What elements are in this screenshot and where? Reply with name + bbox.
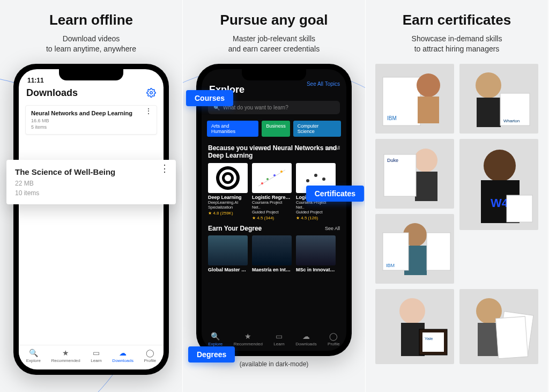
svg-rect-21 [415, 172, 437, 201]
degree-tile[interactable]: Global Master of Public Health [208, 235, 248, 272]
degree-row: Global Master of Public Health Maestría … [202, 232, 346, 273]
svg-point-6 [261, 182, 263, 184]
nav-downloads[interactable]: ☁Downloads [295, 332, 317, 346]
panel-title: Earn certificates [366, 12, 548, 28]
download-card[interactable]: Neural Networks and Deep Learning 16.6 M… [25, 105, 157, 135]
scatter-icon [256, 167, 288, 189]
panel-title: Learn offline [0, 12, 182, 28]
svg-point-11 [314, 174, 317, 177]
panel-subtitle: Master job-relevant skills and earn care… [183, 34, 365, 54]
phone-notch [242, 69, 306, 80]
float-size: 22 MB [15, 180, 167, 187]
svg-point-12 [322, 177, 325, 181]
card-items: 5 items [31, 124, 151, 130]
rating: ★ 4.5 (126) [296, 216, 336, 220]
learner-photo: Wharton [459, 64, 538, 134]
section-title: Because you viewed Neural Networks and D… [208, 144, 340, 160]
learner-photo: Duke [375, 139, 454, 209]
nav-learn[interactable]: ▭Learn [273, 332, 284, 346]
floating-download-card[interactable]: The Science of Well-Being 22 MB 10 items… [6, 160, 176, 204]
svg-rect-27 [507, 195, 532, 222]
search-icon: 🔍 [208, 332, 222, 341]
learner-photo [459, 289, 538, 364]
svg-point-7 [266, 178, 269, 180]
degree-thumb [208, 235, 248, 265]
book-icon: ▭ [273, 332, 284, 341]
svg-point-14 [417, 73, 440, 97]
bottom-nav-dark: 🔍Explore ★Recommended ▭Learn ☁Downloads … [202, 330, 346, 349]
cloud-download-icon: ☁ [112, 349, 133, 357]
chip-arts[interactable]: Arts and Humanities [207, 121, 258, 137]
svg-text:Wharton: Wharton [503, 119, 520, 123]
section-because-viewed: Because you viewed Neural Networks and D… [202, 141, 346, 160]
gear-icon[interactable] [146, 88, 156, 98]
chip-cs[interactable]: Computer Science [293, 121, 341, 137]
panel-subtitle: Showcase in-demand skills to attract hir… [366, 34, 548, 54]
panel-pursue-goal: Pursue any goal Master job-relevant skil… [183, 0, 366, 392]
svg-point-0 [150, 92, 153, 94]
pill-courses[interactable]: Courses [186, 90, 233, 106]
chip-business[interactable]: Business [262, 121, 290, 137]
pill-certificates[interactable]: Certificates [306, 186, 364, 202]
svg-text:W4: W4 [491, 196, 509, 210]
phone-screen-dark: See All Topics Explore 🔍 What do you wan… [202, 69, 346, 351]
more-icon[interactable]: ⋮ [145, 110, 152, 113]
course-tile[interactable]: Logistic Regression with.. Coursera Proj… [252, 163, 292, 220]
phone-mockup: 11:11 Downloads Neural Networks and Deep… [13, 64, 169, 375]
svg-text:Duke: Duke [387, 158, 398, 163]
nav-recommended[interactable]: ★Recommended [51, 349, 80, 363]
see-all-link[interactable]: See All [325, 145, 340, 151]
phone-notch [59, 69, 123, 80]
rating: ★ 4.5 (344) [252, 216, 292, 220]
svg-point-16 [476, 72, 501, 98]
certificate-photo-grid: IBM Wharton Duke W4 IBM Yale [366, 64, 548, 364]
see-all-link[interactable]: See All [325, 226, 340, 231]
float-items: 10 items [15, 189, 167, 197]
learner-photo: Yale [375, 289, 454, 364]
course-tile[interactable]: Deep Learning DeepLearning.AI Specializa… [208, 163, 248, 220]
degree-tile[interactable]: MSc in Innovation and Entrepreneurship [296, 235, 336, 272]
svg-point-24 [484, 150, 516, 182]
section-title: Earn Your Degree [208, 225, 340, 232]
rating: ★ 4.8 (259K) [208, 211, 248, 216]
cert-logo: IBM [387, 115, 397, 121]
svg-text:Yale: Yale [425, 336, 433, 341]
nav-profile[interactable]: ◯Profile [144, 349, 157, 363]
search-icon: 🔍 [26, 349, 41, 357]
profile-icon: ◯ [144, 349, 157, 357]
star-icon: ★ [234, 332, 263, 341]
svg-point-9 [280, 171, 283, 173]
card-title: Neural Networks and Deep Learning [31, 110, 151, 116]
svg-point-20 [414, 149, 437, 172]
course-thumb [208, 163, 248, 193]
panel-learn-offline: Learn offline Download videos to learn a… [0, 0, 183, 392]
more-icon[interactable]: ⋮ [160, 166, 169, 171]
nav-explore[interactable]: 🔍Explore [26, 349, 41, 363]
phone-mockup: See All Topics Explore 🔍 What do you wan… [196, 64, 352, 356]
nav-recommended[interactable]: ★Recommended [234, 332, 263, 346]
book-icon: ▭ [91, 349, 101, 357]
degree-tile[interactable]: Maestría en Inteligencia Analítica de Da… [252, 235, 292, 272]
pill-degrees[interactable]: Degrees [188, 346, 235, 363]
nav-profile[interactable]: ◯Profile [328, 332, 340, 346]
profile-icon: ◯ [328, 332, 340, 341]
cloud-download-icon: ☁ [295, 332, 317, 341]
phone-screen: 11:11 Downloads Neural Networks and Deep… [19, 69, 164, 369]
svg-rect-17 [477, 98, 501, 127]
float-title: The Science of Well-Being [15, 167, 167, 176]
nav-explore[interactable]: 🔍Explore [208, 332, 222, 346]
see-all-topics[interactable]: See All Topics [307, 81, 340, 87]
degree-thumb [296, 235, 336, 265]
section-degree: Earn Your Degree See All [202, 221, 346, 232]
nav-downloads[interactable]: ☁Downloads [112, 349, 133, 363]
star-icon: ★ [51, 349, 80, 357]
svg-point-33 [399, 298, 425, 324]
screen-title: Downloads [26, 87, 78, 99]
svg-rect-36 [422, 332, 444, 352]
panel-subtitle: Download videos to learn anytime, anywhe… [0, 34, 182, 54]
spiral-icon [214, 165, 241, 191]
svg-point-10 [306, 179, 309, 182]
learner-photo: W4 [459, 139, 538, 230]
svg-point-8 [273, 174, 276, 176]
nav-learn[interactable]: ▭Learn [91, 349, 101, 363]
